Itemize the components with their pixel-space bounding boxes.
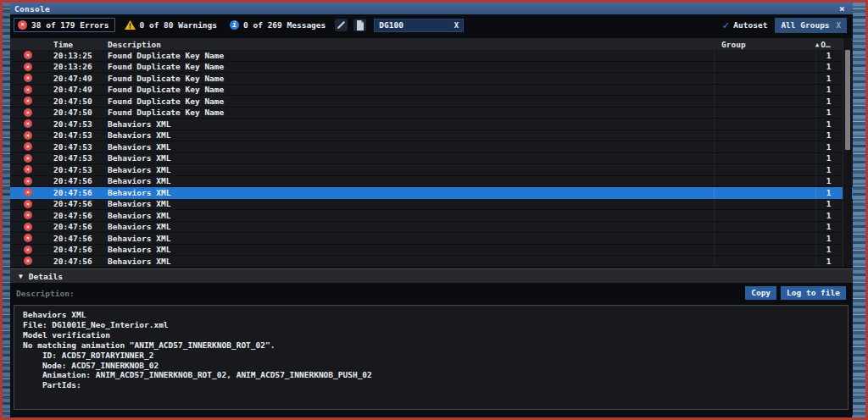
row-icon-cell: ×: [10, 51, 46, 59]
autoset-label: Autoset: [733, 20, 767, 30]
log-to-file-button[interactable]: Log to file: [781, 286, 846, 300]
table-row[interactable]: × 20:47:53 Behaviors XML 1: [10, 141, 853, 153]
row-icon-cell: ×: [10, 257, 46, 265]
table-row[interactable]: × 20:47:56 Behaviors XML 1: [10, 176, 853, 188]
table-row[interactable]: × 20:47:53 Behaviors XML 1: [10, 130, 853, 142]
table-rows: × 20:13:25 Found Duplicate Key Name 1 × …: [10, 50, 853, 268]
table-row[interactable]: × 20:47:56 Behaviors XML 1: [10, 210, 853, 222]
table-row[interactable]: × 20:47:53 Behaviors XML 1: [10, 164, 853, 176]
table-row[interactable]: × 20:47:53 Behaviors XML 1: [10, 153, 853, 165]
header-description[interactable]: Description: [100, 40, 714, 49]
details-line: Model verification: [23, 330, 839, 340]
row-icon-cell: ×: [10, 234, 46, 242]
row-description: Behaviors XML: [100, 176, 714, 185]
details-line: Behaviors XML: [23, 310, 839, 320]
row-occurrences: 1: [815, 85, 841, 96]
table-row[interactable]: × 20:47:49 Found Duplicate Key Name 1: [10, 85, 853, 97]
table-row[interactable]: × 20:47:56 Behaviors XML 1: [10, 245, 853, 257]
row-description: Behaviors XML: [100, 188, 714, 197]
row-occurrences: 1: [815, 256, 841, 267]
errors-count-label: 38 of 179 Errors: [31, 20, 109, 30]
details-line: Animation: ANIM_ACD57_INNERKNOB_ROT_02, …: [23, 370, 839, 380]
header-group[interactable]: Group: [714, 40, 815, 49]
copy-log-button[interactable]: [353, 19, 366, 31]
table-row[interactable]: × 20:47:49 Found Duplicate Key Name 1: [10, 73, 853, 85]
row-icon-cell: ×: [10, 200, 46, 208]
row-group: [714, 130, 815, 141]
details-line: ID: ACD57_ROTARYINNER_2: [23, 351, 839, 361]
error-icon: ×: [24, 142, 32, 151]
header-time[interactable]: Time: [46, 40, 100, 49]
row-group: [714, 85, 815, 96]
autoset-checkbox[interactable]: ✓ Autoset: [723, 19, 768, 30]
table-row[interactable]: × 20:47:56 Behaviors XML 1: [10, 233, 853, 245]
row-description: Found Duplicate Key Name: [100, 108, 714, 117]
error-icon: ×: [24, 211, 32, 219]
details-line: PartIds:: [23, 380, 839, 390]
row-icon-cell: ×: [10, 154, 46, 163]
table-row[interactable]: × 20:13:26 Found Duplicate Key Name 1: [10, 62, 853, 74]
table-row[interactable]: × 20:47:50 Found Duplicate Key Name 1: [10, 108, 853, 119]
table-row[interactable]: × 20:47:56 Behaviors XML 1: [10, 187, 853, 199]
vertical-scrollbar[interactable]: [843, 38, 852, 267]
error-icon: ×: [24, 165, 32, 174]
header-occurrences[interactable]: ▲O…: [815, 40, 841, 49]
table-row[interactable]: × 20:47:56 Behaviors XML 1: [10, 199, 853, 211]
copy-button[interactable]: Copy: [745, 286, 776, 300]
row-description: Behaviors XML: [100, 142, 714, 152]
row-group: [714, 62, 815, 73]
row-occurrences: 1: [815, 164, 841, 175]
table-row[interactable]: × 20:47:56 Behaviors XML 1: [10, 256, 853, 268]
row-icon-cell: ×: [10, 177, 46, 185]
row-time: 20:47:56: [46, 234, 100, 243]
errors-filter-button[interactable]: × 38 of 179 Errors: [14, 18, 115, 32]
row-icon-cell: ×: [10, 74, 46, 82]
row-time: 20:47:53: [46, 119, 100, 129]
table-row[interactable]: × 20:47:50 Found Duplicate Key Name 1: [10, 96, 853, 108]
search-input[interactable]: [379, 20, 451, 30]
clear-groups-icon[interactable]: X: [837, 21, 841, 30]
desktop-background-right: [852, 3, 865, 417]
table-row[interactable]: × 20:47:53 Behaviors XML 1: [10, 119, 853, 130]
desktop-background-left: [3, 3, 10, 417]
row-description: Behaviors XML: [100, 199, 714, 208]
row-time: 20:13:25: [46, 51, 100, 60]
row-occurrences: 1: [815, 96, 841, 107]
row-time: 20:47:56: [46, 176, 100, 185]
row-occurrences: 1: [815, 50, 841, 61]
details-section-header[interactable]: ▼ Details: [10, 268, 853, 283]
row-time: 20:47:56: [46, 211, 100, 220]
error-icon: ×: [24, 97, 32, 105]
table-row[interactable]: × 20:13:25 Found Duplicate Key Name 1: [10, 50, 853, 62]
window-title: Console: [14, 4, 50, 14]
row-description: Found Duplicate Key Name: [100, 74, 714, 83]
row-group: [714, 96, 815, 107]
error-icon: ×: [24, 131, 32, 140]
table-row[interactable]: × 20:47:56 Behaviors XML 1: [10, 222, 853, 234]
warning-icon: [125, 20, 136, 30]
filter-search-box: X: [374, 19, 464, 32]
row-description: Found Duplicate Key Name: [100, 85, 714, 94]
row-icon-cell: ×: [10, 86, 46, 94]
row-group: [714, 233, 815, 244]
clear-console-button[interactable]: [335, 19, 348, 31]
clear-search-icon[interactable]: X: [454, 21, 459, 30]
title-bar[interactable]: Console ×: [10, 3, 853, 14]
row-description: Behaviors XML: [100, 130, 714, 140]
row-icon-cell: ×: [10, 211, 46, 219]
row-group: [714, 256, 815, 267]
row-icon-cell: ×: [10, 108, 46, 117]
close-icon[interactable]: ×: [839, 4, 845, 14]
details-text-area[interactable]: Behaviors XMLFile: DG1001E_Neo_Interior.…: [14, 305, 849, 410]
row-occurrences: 1: [815, 62, 841, 73]
messages-filter-button[interactable]: i 0 of 269 Messages: [226, 19, 329, 31]
error-icon: ×: [24, 63, 32, 71]
scrollbar-thumb[interactable]: [845, 50, 850, 150]
error-icon: ×: [24, 200, 32, 208]
message-icon: i: [230, 20, 239, 30]
description-label: Description:: [16, 289, 75, 298]
groups-dropdown[interactable]: All Groups X: [775, 18, 847, 33]
row-description: Behaviors XML: [100, 165, 714, 174]
row-description: Behaviors XML: [100, 257, 714, 266]
warnings-filter-button[interactable]: 0 of 80 Warnings: [121, 19, 221, 31]
